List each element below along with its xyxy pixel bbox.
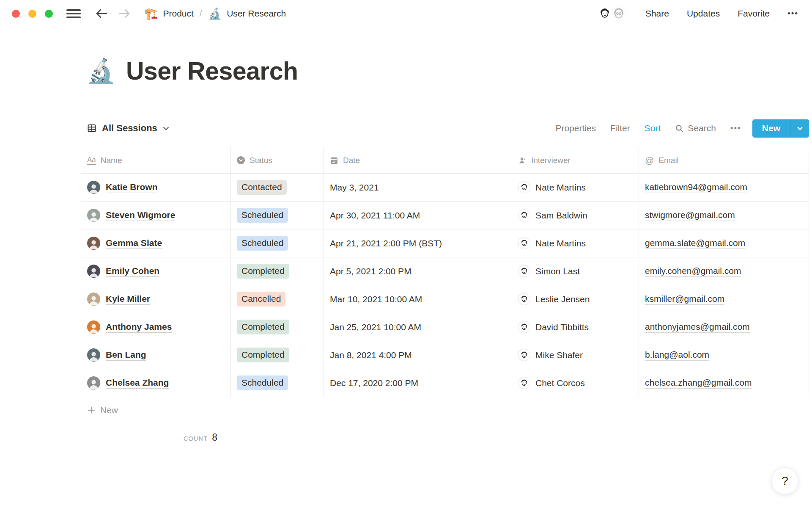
status-cell[interactable]: Completed	[231, 313, 324, 341]
participant-name-link[interactable]: Anthony James	[106, 322, 172, 333]
interviewer-cell[interactable]: Nate Martins	[512, 229, 639, 257]
date-cell[interactable]: Jan 8, 2021 4:00 PM	[324, 341, 512, 369]
status-cell[interactable]: Completed	[231, 257, 324, 285]
table-row: Kyle Miller Cancelled Mar 10, 2021 10:00…	[81, 285, 809, 313]
email-cell[interactable]: stwigmore@gmail.com	[639, 202, 809, 229]
name-cell[interactable]: Steven Wigmore	[81, 202, 231, 229]
plus-icon	[87, 406, 96, 414]
interviewer-name: Leslie Jensen	[535, 294, 590, 304]
new-record-button[interactable]: New	[752, 119, 809, 138]
participant-name-link[interactable]: Emily Cohen	[106, 266, 159, 277]
participant-name-link[interactable]: Kyle Miller	[106, 294, 150, 305]
status-cell[interactable]: Contacted	[231, 174, 324, 201]
column-header-date[interactable]: Date	[324, 147, 512, 173]
participant-name-link[interactable]: Ben Lang	[106, 350, 146, 361]
share-button[interactable]: Share	[645, 8, 669, 19]
name-cell[interactable]: Katie Brown	[81, 174, 231, 201]
interviewer-cell[interactable]: Mike Shafer	[512, 341, 639, 369]
page-title[interactable]: User Research	[126, 57, 298, 86]
interviewer-cell[interactable]: Chet Corcos	[512, 369, 639, 397]
date-cell[interactable]: Jan 25, 2021 10:00 AM	[324, 313, 512, 341]
participant-avatar	[87, 376, 100, 389]
participant-name-link[interactable]: Chelsea Zhang	[106, 378, 169, 389]
status-badge: Completed	[237, 320, 289, 334]
interviewer-cell[interactable]: David Tibbitts	[512, 313, 639, 341]
collaborator-avatars[interactable]	[596, 5, 628, 22]
date-cell[interactable]: Mar 10, 2021 10:00 AM	[324, 285, 512, 313]
search-button[interactable]: Search	[675, 123, 716, 133]
status-badge: Contacted	[237, 180, 287, 194]
date-cell[interactable]: Apr 30, 2021 11:00 AM	[324, 202, 512, 229]
view-switcher[interactable]: All Sessions	[81, 123, 170, 134]
name-cell[interactable]: Anthony James	[81, 313, 231, 341]
status-cell[interactable]: Scheduled	[231, 229, 324, 257]
name-cell[interactable]: Ben Lang	[81, 341, 231, 369]
interviewer-cell[interactable]: Sam Baldwin	[512, 202, 639, 229]
name-cell[interactable]: Kyle Miller	[81, 285, 231, 313]
filter-button[interactable]: Filter	[610, 123, 630, 133]
status-cell[interactable]: Scheduled	[231, 369, 324, 397]
date-cell[interactable]: Apr 21, 2021 2:00 PM (BST)	[324, 229, 512, 257]
traffic-light-minimize[interactable]	[28, 10, 36, 18]
email-cell[interactable]: ksmiller@gmail.com	[639, 285, 809, 313]
text-property-icon: Aa	[87, 156, 96, 165]
name-cell[interactable]: Gemma Slate	[81, 229, 231, 257]
date-value: Dec 17, 2020 2:00 PM	[330, 378, 418, 388]
name-cell[interactable]: Chelsea Zhang	[81, 369, 231, 397]
status-cell[interactable]: Scheduled	[231, 202, 324, 229]
participant-name-link[interactable]: Gemma Slate	[106, 238, 162, 249]
name-cell[interactable]: Emily Cohen	[81, 257, 231, 285]
new-button-label[interactable]: New	[752, 119, 790, 138]
status-cell[interactable]: Cancelled	[231, 285, 324, 313]
date-cell[interactable]: Dec 17, 2020 2:00 PM	[324, 369, 512, 397]
column-header-name[interactable]: Aa Name	[81, 147, 231, 173]
participant-name-link[interactable]: Katie Brown	[106, 182, 158, 193]
column-label: Name	[101, 156, 122, 165]
updates-button[interactable]: Updates	[687, 8, 720, 19]
view-name: All Sessions	[102, 123, 157, 134]
email-cell[interactable]: gemma.slate@gmail.com	[639, 229, 809, 257]
interviewer-avatar	[518, 349, 530, 361]
back-arrow-icon[interactable]	[95, 8, 108, 19]
forward-arrow-icon[interactable]	[118, 8, 131, 19]
status-cell[interactable]: Completed	[231, 341, 324, 369]
email-cell[interactable]: katiebrown94@gmail.com	[639, 174, 809, 201]
more-options-icon[interactable]: •••	[787, 9, 798, 18]
sort-button[interactable]: Sort	[645, 123, 661, 133]
interviewer-cell[interactable]: Simon Last	[512, 257, 639, 285]
help-button[interactable]: ?	[771, 467, 798, 494]
participant-name-link[interactable]: Steven Wigmore	[106, 210, 175, 221]
interviewer-cell[interactable]: Nate Martins	[512, 174, 639, 201]
properties-button[interactable]: Properties	[555, 123, 596, 133]
email-cell[interactable]: emily.cohen@gmail.com	[639, 257, 809, 285]
email-value: emily.cohen@gmail.com	[645, 266, 741, 277]
breadcrumb-page[interactable]: 🔬 User Research	[208, 8, 286, 19]
table-row: Gemma Slate Scheduled Apr 21, 2021 2:00 …	[81, 229, 809, 257]
email-value: stwigmore@gmail.com	[645, 210, 735, 221]
traffic-light-zoom[interactable]	[45, 10, 53, 18]
view-more-options-icon[interactable]: •••	[730, 124, 741, 133]
sidebar-toggle-icon[interactable]	[66, 9, 81, 18]
column-label: Interviewer	[531, 156, 571, 165]
new-row-label: New	[100, 405, 118, 415]
traffic-light-close[interactable]	[12, 10, 20, 18]
breadcrumb-parent[interactable]: 🏗️ Product	[144, 8, 194, 19]
column-header-email[interactable]: @ Email	[639, 147, 809, 173]
count-aggregate[interactable]: COUNT 8	[81, 423, 231, 443]
email-cell[interactable]: anthonyjames@gmail.com	[639, 313, 809, 341]
page-icon-microscope[interactable]: 🔬	[86, 59, 116, 83]
table-row: Anthony James Completed Jan 25, 2021 10:…	[81, 313, 809, 341]
participant-avatar	[87, 209, 100, 222]
email-cell[interactable]: b.lang@aol.com	[639, 341, 809, 369]
column-header-interviewer[interactable]: Interviewer	[512, 147, 639, 173]
interviewer-cell[interactable]: Leslie Jensen	[512, 285, 639, 313]
status-badge: Cancelled	[237, 292, 285, 306]
column-header-status[interactable]: Status	[231, 147, 324, 173]
date-cell[interactable]: May 3, 2021	[324, 174, 512, 201]
new-row-button[interactable]: New	[81, 397, 809, 423]
new-button-dropdown[interactable]	[790, 119, 809, 138]
email-cell[interactable]: chelsea.zhang@gmail.com	[639, 369, 809, 397]
interviewer-name: Simon Last	[535, 266, 580, 276]
favorite-button[interactable]: Favorite	[738, 8, 770, 19]
date-cell[interactable]: Apr 5, 2021 2:00 PM	[324, 257, 512, 285]
